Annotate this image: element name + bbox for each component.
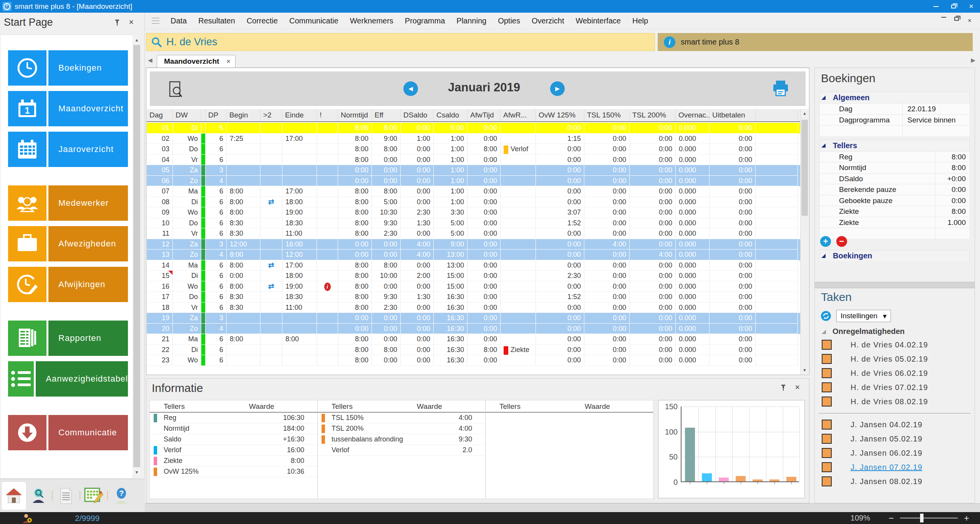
- cell-daymark[interactable]: [201, 313, 206, 324]
- cell-begin[interactable]: [227, 144, 260, 155]
- cell-absence-reason[interactable]: [501, 271, 536, 281]
- cell-daymark[interactable]: [201, 134, 206, 144]
- cell-einde[interactable]: 17:00: [282, 134, 317, 144]
- task-item[interactable]: J. Jansen 06.02.19: [817, 446, 972, 461]
- cell-filler[interactable]: [756, 197, 798, 208]
- cell-normtijd[interactable]: 0:00: [338, 313, 372, 324]
- cell-overnac-[interactable]: 0.000: [676, 250, 710, 260]
- cell-afwtijd[interactable]: 0:00: [468, 355, 501, 366]
- cell-tsl-200-[interactable]: 0:00: [630, 207, 676, 218]
- cell-overnac-[interactable]: 0.000: [676, 281, 710, 292]
- cell-ovw-125-[interactable]: 1:52: [536, 292, 584, 302]
- cell-begin[interactable]: 8:00: [227, 334, 260, 345]
- cell-ovw-125-[interactable]: 0:00: [536, 228, 584, 239]
- cell-dw[interactable]: Zo: [173, 176, 201, 187]
- cell-tsl-150-[interactable]: 0:00: [584, 228, 630, 239]
- add-booking-button[interactable]: +: [820, 236, 831, 247]
- cell-uitbetalen[interactable]: 0:00: [710, 155, 756, 165]
- cell-filler[interactable]: [756, 186, 798, 197]
- column-header[interactable]: [756, 109, 798, 121]
- cell-sync[interactable]: [260, 144, 282, 155]
- cell-warning[interactable]: [317, 345, 338, 355]
- cell-normtijd[interactable]: 8:00: [338, 207, 372, 218]
- group-header-boekingen[interactable]: Boekingen: [819, 250, 970, 261]
- cell-dw[interactable]: Za: [173, 239, 201, 250]
- cell-eff[interactable]: 8:00: [372, 345, 401, 355]
- cell-uitbetalen[interactable]: 0:00: [710, 292, 756, 302]
- day-row-15[interactable]: 15Di60:0018:008:0010:002:0015:000:002:30…: [147, 271, 800, 281]
- cell-warning[interactable]: [317, 239, 338, 250]
- column-header--2[interactable]: >2: [260, 109, 282, 121]
- cell-dw[interactable]: Ma: [173, 334, 201, 345]
- property-row-dag[interactable]: Dag22.01.19: [819, 103, 970, 114]
- cell-warning[interactable]: [317, 186, 338, 197]
- cell-dag[interactable]: 19: [147, 313, 173, 324]
- cell-einde[interactable]: [282, 165, 317, 176]
- column-header-tsl-150-[interactable]: TSL 150%: [584, 109, 630, 121]
- cell-tsl-150-[interactable]: 0:00: [584, 218, 630, 229]
- cell-tsl-200-[interactable]: 0:00: [630, 302, 676, 313]
- cell-uitbetalen[interactable]: 0:00: [710, 176, 756, 187]
- pin-icon[interactable]: [114, 19, 121, 26]
- document-menu-icon[interactable]: [152, 18, 159, 24]
- cell-ovw-125-[interactable]: 0:00: [536, 165, 584, 176]
- cell-normtijd[interactable]: 8:00: [338, 281, 372, 292]
- cell-filler[interactable]: [756, 123, 798, 134]
- cell-ovw-125-[interactable]: 0:00: [536, 197, 584, 208]
- property-row-ziekte[interactable]: Ziekte8:00: [819, 206, 970, 217]
- cell-begin[interactable]: 8:00: [227, 281, 260, 292]
- cell-begin[interactable]: 8:00: [227, 207, 260, 218]
- cell-begin[interactable]: 0:00: [227, 271, 260, 281]
- cell-warning[interactable]: [317, 302, 338, 313]
- cell-dw[interactable]: Vr: [173, 155, 201, 165]
- cell-tsl-150-[interactable]: 0:00: [584, 292, 630, 302]
- column-header-dsaldo[interactable]: DSaldo: [401, 109, 434, 121]
- cell-overnac-[interactable]: 0.000: [676, 155, 710, 165]
- cell-warning[interactable]: [317, 197, 338, 208]
- task-item[interactable]: J. Jansen 08.02.19: [817, 475, 972, 489]
- cell-tsl-150-[interactable]: 4:00: [584, 239, 630, 250]
- group-header-tellers[interactable]: Tellers: [819, 140, 970, 151]
- cell-overnac-[interactable]: 0.000: [676, 228, 710, 239]
- cell-afwtijd[interactable]: 0:00: [468, 260, 501, 271]
- cell-dsaldo[interactable]: 0:00: [401, 302, 434, 313]
- cell-dag[interactable]: 02: [147, 134, 173, 144]
- cell-daymark[interactable]: [201, 165, 206, 176]
- cell-einde[interactable]: [282, 324, 317, 334]
- column-header-overnac-[interactable]: Overnac...: [676, 109, 710, 121]
- cell-sync[interactable]: [260, 250, 282, 260]
- cell-einde[interactable]: 12:00: [282, 250, 317, 260]
- cell-warning[interactable]: [317, 134, 338, 144]
- cell-tsl-200-[interactable]: 0:00: [630, 281, 676, 292]
- task-item[interactable]: H. de Vries 05.02.19: [817, 352, 972, 367]
- cell-dw[interactable]: Di: [173, 271, 201, 281]
- sidebar-item-jaaroverzicht[interactable]: Jaaroverzicht: [8, 132, 128, 167]
- scroll-down-icon[interactable]: ▼: [801, 368, 809, 372]
- cell-warning[interactable]: [317, 155, 338, 165]
- cell-einde[interactable]: 16:00: [282, 239, 317, 250]
- cell-tsl-200-[interactable]: 0:00: [630, 355, 676, 366]
- menu-item-resultaten[interactable]: Resultaten: [192, 17, 241, 25]
- cell-begin[interactable]: 8:00: [227, 197, 260, 208]
- cell-normtijd[interactable]: 8:00: [338, 123, 372, 134]
- cell-absence-reason[interactable]: [501, 260, 536, 271]
- cell-dag[interactable]: 06: [147, 176, 173, 187]
- cell-dag[interactable]: 16: [147, 281, 173, 292]
- cell-dsaldo[interactable]: 0:00: [401, 324, 434, 334]
- cell-csaldo[interactable]: 16:30: [434, 302, 468, 313]
- cell-filler[interactable]: [756, 271, 798, 281]
- minimize-button[interactable]: [927, 0, 945, 13]
- property-row-normtijd[interactable]: Normtijd8:00: [819, 162, 970, 173]
- cell-einde[interactable]: 19:00: [282, 281, 317, 292]
- help-tab[interactable]: ?: [109, 481, 133, 510]
- cell-afwtijd[interactable]: 0:00: [468, 134, 501, 144]
- cell-einde[interactable]: 18:30: [282, 292, 317, 302]
- cell-afwtijd[interactable]: 0:00: [468, 155, 501, 165]
- cell-tsl-150-[interactable]: 0:00: [584, 260, 630, 271]
- cell-ovw-125-[interactable]: 0:00: [536, 144, 584, 155]
- cell-eff[interactable]: 0:00: [372, 313, 401, 324]
- cell-eff[interactable]: 8:00: [372, 260, 401, 271]
- cell-csaldo[interactable]: 16:30: [434, 355, 468, 366]
- cell-ovw-125-[interactable]: 0:00: [536, 302, 584, 313]
- cell-filler[interactable]: [756, 176, 798, 187]
